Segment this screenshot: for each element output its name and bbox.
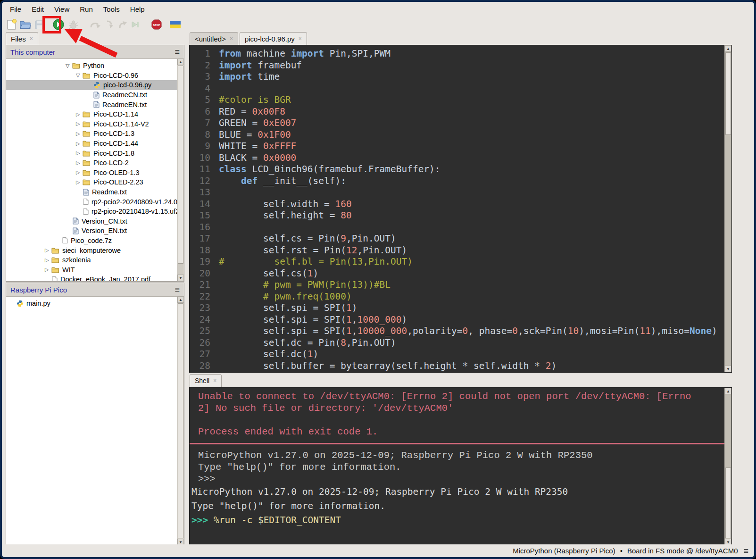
- new-file-button[interactable]: [7, 19, 17, 30]
- expand-triangle-icon[interactable]: ▷: [76, 169, 83, 175]
- tree-item-main.py[interactable]: main.py: [6, 299, 177, 309]
- expand-triangle-icon[interactable]: ▷: [76, 160, 83, 166]
- scroll-up-icon[interactable]: ▲: [177, 296, 184, 303]
- scroll-up-icon[interactable]: ▲: [725, 388, 731, 394]
- menu-item-edit[interactable]: Edit: [26, 3, 49, 15]
- tree-item-Pico-LCD-1.14-V2[interactable]: ▷Pico-LCD-1.14-V2: [6, 119, 177, 129]
- step-out-button[interactable]: [118, 20, 127, 29]
- close-tab-icon[interactable]: ×: [30, 35, 33, 42]
- step-over-button[interactable]: [90, 20, 101, 29]
- code-line: 19# self.bl = Pin(13,Pin.OUT): [190, 256, 724, 268]
- editor-scrollbar[interactable]: ▲ ▼: [724, 45, 731, 372]
- menu-item-view[interactable]: View: [49, 3, 75, 15]
- scroll-up-icon[interactable]: ▲: [725, 45, 731, 52]
- collapse-triangle-icon[interactable]: ▽: [66, 63, 72, 69]
- ukraine-flag-button[interactable]: [170, 21, 181, 28]
- debug-bug-icon: [68, 20, 78, 30]
- scroll-down-icon[interactable]: ▼: [177, 275, 184, 281]
- tree-item-rp2-pcio2-20240809-v1.24.0.u[interactable]: rp2-pcio2-20240809-v1.24.0.u: [6, 197, 177, 207]
- file-icon: [83, 208, 89, 215]
- scroll-down-icon[interactable]: ▼: [725, 366, 731, 372]
- scrollbar-thumb[interactable]: [178, 66, 183, 264]
- tree-item-Pico-LCD-1.3[interactable]: ▷Pico-LCD-1.3: [6, 129, 177, 139]
- line-number: 15: [190, 210, 219, 222]
- files-scrollbar[interactable]: ▲ ▼: [177, 58, 184, 281]
- toolbar: STOP: [5, 16, 181, 33]
- shell-line: 2] No such file or directory: '/dev/ttyA…: [198, 402, 724, 414]
- tree-item-Version_CN.txt[interactable]: Version_CN.txt: [6, 217, 177, 226]
- close-tab-icon[interactable]: ×: [213, 377, 216, 384]
- scrollbar-thumb[interactable]: [725, 52, 731, 135]
- code-text: GREEN = 0xE007: [219, 117, 296, 129]
- code-area[interactable]: 1from machine import Pin,SPI,PWM2import …: [190, 45, 724, 372]
- tree-item-ReadmeEN.txt[interactable]: ReadmeEN.txt: [6, 100, 177, 109]
- shell-panel[interactable]: Unable to connect to /dev/ttyACM0: [Errn…: [189, 387, 732, 546]
- shell-scrollbar[interactable]: ▲ ▼: [724, 388, 731, 545]
- step-into-button[interactable]: [105, 20, 115, 29]
- status-interpreter: MicroPython (Raspberry Pi Pico): [513, 547, 615, 555]
- resume-button[interactable]: [130, 20, 141, 29]
- debug-button[interactable]: [68, 20, 78, 30]
- tree-item-Version_EN.txt[interactable]: Version_EN.txt: [6, 226, 177, 236]
- expand-triangle-icon[interactable]: ▷: [76, 121, 83, 127]
- tree-item-WIT[interactable]: ▷WIT: [6, 265, 177, 275]
- panel-menu-icon[interactable]: ≡: [174, 285, 180, 294]
- tree-item-sieci_komputerowe[interactable]: ▷sieci_komputerowe: [6, 245, 177, 255]
- tree-item-Readme.txt[interactable]: Readme.txt: [6, 187, 177, 197]
- annotation-highlight-box: [42, 16, 61, 33]
- expand-triangle-icon[interactable]: ▷: [45, 267, 51, 273]
- scrollbar-thumb[interactable]: [178, 303, 183, 538]
- expand-triangle-icon[interactable]: ▷: [76, 111, 83, 117]
- scrollbar-thumb[interactable]: [725, 467, 731, 538]
- folder-icon: [83, 150, 91, 157]
- shell-line: Unable to connect to /dev/ttyACM0: [Errn…: [198, 391, 724, 402]
- line-number: 10: [190, 152, 219, 164]
- tree-item-szkolenia[interactable]: ▷szkolenia: [6, 255, 177, 265]
- tree-item-Pico-LCD-1.8[interactable]: ▷Pico-LCD-1.8: [6, 148, 177, 158]
- shell-output[interactable]: Unable to connect to /dev/ttyACM0: [Errn…: [190, 388, 724, 545]
- menu-item-tools[interactable]: Tools: [98, 3, 125, 15]
- tree-item-Pico-OLED-1.3[interactable]: ▷Pico-OLED-1.3: [6, 168, 177, 178]
- folder-icon: [51, 247, 59, 254]
- expand-triangle-icon[interactable]: ▷: [45, 247, 51, 253]
- tab-files[interactable]: Files ×: [6, 32, 38, 45]
- code-line: 14 self.width = 160: [190, 199, 724, 210]
- tree-item-Pico-LCD-0.96[interactable]: ▽Pico-LCD-0.96: [6, 71, 177, 81]
- expand-triangle-icon[interactable]: ▷: [45, 257, 51, 263]
- menu-item-file[interactable]: File: [5, 3, 26, 15]
- expand-triangle-icon[interactable]: ▷: [76, 179, 83, 185]
- menu-item-help[interactable]: Help: [125, 3, 150, 15]
- tree-item-Pico-LCD-2[interactable]: ▷Pico-LCD-2: [6, 158, 177, 168]
- pico-scrollbar[interactable]: ▲ ▼: [177, 296, 184, 545]
- expand-triangle-icon[interactable]: ▷: [76, 131, 83, 137]
- collapse-triangle-icon[interactable]: ▽: [76, 72, 83, 78]
- tree-item-Pico-LCD-1.14[interactable]: ▷Pico-LCD-1.14: [6, 109, 177, 119]
- editor-tab-pico-lcd-0.96.py[interactable]: pico-lcd-0.96.py×: [240, 32, 307, 45]
- open-file-button[interactable]: [19, 19, 31, 30]
- tree-item-Pico_code.7z[interactable]: Pico_code.7z: [6, 236, 177, 246]
- stop-button[interactable]: STOP: [151, 19, 162, 30]
- menu-item-run[interactable]: Run: [75, 3, 98, 15]
- status-menu-icon[interactable]: ≡: [743, 547, 748, 555]
- close-tab-icon[interactable]: ×: [299, 35, 302, 42]
- tree-item-ReadmeCN.txt[interactable]: ReadmeCN.txt: [6, 90, 177, 100]
- tree-item-label: Pico-LCD-2: [93, 159, 129, 167]
- line-number: 9: [190, 141, 219, 152]
- expand-triangle-icon[interactable]: ▷: [76, 150, 83, 156]
- editor-tab-untitled[interactable]: <untitled>×: [190, 32, 238, 45]
- code-text: WHITE = 0xFFFF: [219, 141, 296, 152]
- panel-menu-icon[interactable]: ≡: [174, 48, 180, 56]
- close-tab-icon[interactable]: ×: [230, 35, 233, 42]
- step-out-icon: [118, 20, 127, 29]
- tree-item-Python[interactable]: ▽Python: [6, 61, 177, 71]
- code-editor[interactable]: 1from machine import Pin,SPI,PWM2import …: [189, 45, 732, 373]
- tab-shell[interactable]: Shell ×: [190, 374, 222, 387]
- tree-item-pico-lcd-0.96.py[interactable]: pico-lcd-0.96.py: [6, 80, 177, 90]
- scroll-up-icon[interactable]: ▲: [177, 58, 184, 65]
- expand-triangle-icon[interactable]: ▷: [76, 141, 83, 147]
- line-number: 28: [190, 360, 219, 372]
- tree-item-Docker_eBook_Jan_2017.pdf[interactable]: Docker_eBook_Jan_2017.pdf: [6, 275, 177, 281]
- tree-item-Pico-OLED-2.23[interactable]: ▷Pico-OLED-2.23: [6, 177, 177, 187]
- tree-item-Pico-LCD-1.44[interactable]: ▷Pico-LCD-1.44: [6, 139, 177, 149]
- tree-item-rp2-pico-20210418-v1.15.uf2[interactable]: rp2-pico-20210418-v1.15.uf2: [6, 207, 177, 217]
